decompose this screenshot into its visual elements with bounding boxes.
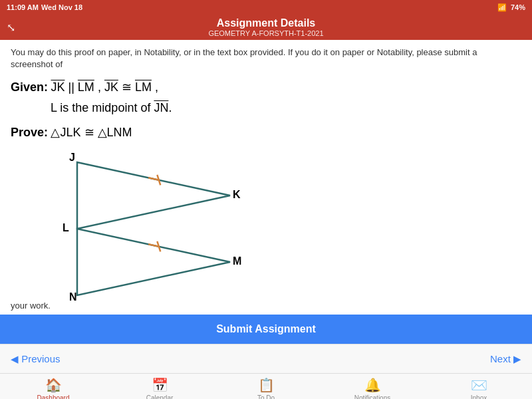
svg-line-2 [148, 178, 159, 180]
footer-text: your work. [0, 301, 532, 315]
dashboard-icon: 🏠 [45, 377, 62, 393]
tab-notifications-label: Notifications [354, 394, 390, 399]
label-N: N [69, 291, 77, 301]
back-icon[interactable]: ⤡ [7, 21, 15, 34]
given-line2: L is the midpoint of JN. [51, 101, 172, 114]
tab-todo[interactable]: 📋 To Do [213, 377, 319, 399]
congruent-symbol: ≅ [122, 80, 135, 94]
tab-dashboard-label: Dashboard [37, 394, 70, 399]
tab-inbox-label: Inbox [471, 394, 487, 399]
parallel-symbol: || [68, 80, 78, 94]
prove-math: △JLK ≅ △LNM [51, 126, 132, 139]
jn-overline: JN [154, 101, 168, 114]
upper-tick [148, 174, 162, 186]
comma-2: , [155, 80, 158, 94]
label-K: K [233, 189, 241, 200]
next-button[interactable]: Next ▶ [490, 353, 521, 365]
wifi-icon: 📶 [497, 3, 507, 12]
triangle-diagram: J K L M N [51, 149, 521, 301]
svg-marker-0 [77, 162, 230, 229]
tab-todo-label: To Do [257, 394, 275, 399]
jk-overline-2: JK [104, 80, 118, 94]
status-indicators: 📶 74% [497, 3, 525, 12]
page-subtitle: GEOMETRY A-FORSYTH-T1-2021 [27, 29, 505, 37]
status-time-group: 11:09 AM Wed Nov 18 [7, 3, 82, 11]
previous-button[interactable]: ◀ Previous [11, 353, 61, 365]
main-content: You may do this proof on paper, in Notab… [0, 40, 532, 301]
geometry-svg: J K L M N [51, 149, 250, 301]
instruction-text: You may do this proof on paper, in Notab… [11, 47, 521, 70]
battery-level: 74% [511, 3, 525, 11]
label-L: L [63, 222, 69, 233]
nav-bar: ◀ Previous Next ▶ [0, 344, 532, 373]
lm-overline-1: LM [78, 80, 94, 94]
tab-notifications[interactable]: 🔔 Notifications [319, 377, 426, 399]
notifications-icon: 🔔 [364, 377, 381, 393]
page-title: Assignment Details [27, 17, 505, 29]
comma-1: , [98, 80, 104, 94]
tab-inbox[interactable]: ✉️ Inbox [426, 377, 532, 399]
lm-overline-2: LM [135, 80, 152, 94]
given-section: Given: JK || LM , JK ≅ LM , L is the mid… [11, 77, 521, 118]
tab-calendar-label: Calendar [146, 394, 174, 399]
todo-icon: 📋 [258, 377, 275, 393]
given-math-1: JK || LM , JK ≅ LM , [51, 80, 158, 94]
tab-dashboard[interactable]: 🏠 Dashboard [0, 377, 106, 399]
submit-bar[interactable]: Submit Assignment [0, 315, 532, 344]
given-label: Given: [11, 80, 48, 94]
jk-overline: JK [51, 80, 65, 94]
tab-calendar[interactable]: 📅 Calendar [106, 377, 213, 399]
tab-bar: 🏠 Dashboard 📅 Calendar 📋 To Do 🔔 Notific… [0, 373, 532, 399]
prove-label: Prove: [11, 126, 48, 139]
label-J: J [69, 152, 75, 163]
header: ⤡ Assignment Details GEOMETRY A-FORSYTH-… [0, 15, 532, 40]
svg-line-4 [148, 244, 159, 246]
status-bar: 11:09 AM Wed Nov 18 📶 74% [0, 0, 532, 15]
inbox-icon: ✉️ [471, 377, 487, 393]
submit-button[interactable]: Submit Assignment [216, 323, 316, 335]
svg-marker-1 [77, 229, 230, 295]
status-day: Wed Nov 18 [41, 3, 82, 11]
calendar-icon: 📅 [152, 377, 168, 393]
prove-section: Prove: △JLK ≅ △LNM [11, 122, 521, 143]
label-M: M [233, 255, 241, 267]
lower-tick [148, 240, 162, 252]
status-time: 11:09 AM [7, 3, 39, 11]
